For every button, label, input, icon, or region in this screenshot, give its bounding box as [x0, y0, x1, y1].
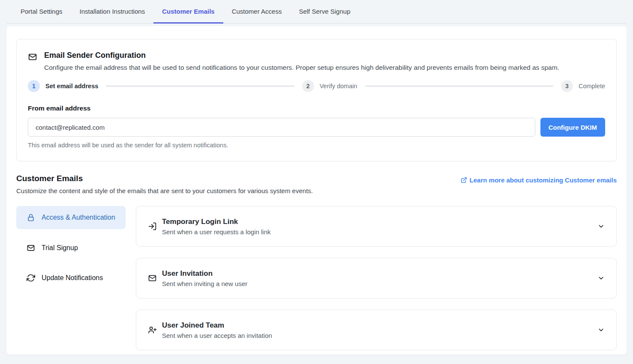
step-number-badge: 2	[302, 80, 314, 92]
chevron-down-icon	[597, 223, 605, 230]
step-complete: 3 Complete	[561, 80, 605, 92]
step-number-badge: 3	[561, 80, 573, 92]
email-template-list: Temporary Login Link Sent when a user re…	[136, 206, 617, 350]
email-card-temporary-login-link[interactable]: Temporary Login Link Sent when a user re…	[136, 206, 617, 247]
stepper-connector	[365, 86, 553, 87]
email-helper-text: This email address will be used as the s…	[28, 142, 605, 149]
sender-config-stepper: 1 Set email address 2 Verify domain 3 Co…	[28, 80, 605, 92]
sidebar-item-label: Update Notifications	[42, 273, 111, 283]
step-set-email-address: 1 Set email address	[28, 80, 98, 92]
email-card-title: User Invitation	[162, 269, 247, 278]
email-sender-configuration-card: Email Sender Configuration Configure the…	[16, 39, 617, 161]
step-number-badge: 1	[28, 80, 40, 92]
chevron-down-icon	[597, 274, 605, 282]
sidebar-item-trial-signup[interactable]: Trial Signup	[16, 237, 126, 259]
email-card-subtitle: Sent when a user requests a login link	[162, 228, 270, 236]
sidebar-item-label: Access & Authentication	[42, 212, 124, 223]
email-card-user-joined-team[interactable]: User Joined Team Sent when a user accept…	[136, 310, 617, 350]
user-plus-icon	[148, 325, 157, 334]
mail-icon	[28, 52, 37, 62]
step-label: Verify domain	[320, 83, 357, 90]
mail-icon	[27, 244, 35, 252]
sidebar-item-label: Trial Signup	[42, 243, 87, 253]
from-email-input[interactable]	[28, 118, 535, 137]
configure-dkim-button[interactable]: Configure DKIM	[540, 118, 605, 137]
learn-more-label: Learn more about customizing Customer em…	[470, 176, 617, 184]
expand-card-button[interactable]	[597, 274, 605, 282]
sender-config-description: Configure the email address that will be…	[44, 63, 605, 72]
customer-emails-description: Customize the content and style of the e…	[16, 187, 313, 194]
tab-customer-emails[interactable]: Customer Emails	[153, 0, 223, 24]
tab-installation-instructions[interactable]: Installation Instructions	[71, 0, 154, 24]
tab-customer-access[interactable]: Customer Access	[223, 0, 291, 24]
mail-icon	[148, 274, 157, 283]
refresh-icon	[27, 274, 35, 282]
sender-config-title: Email Sender Configuration	[44, 51, 605, 60]
from-email-address-label: From email address	[28, 104, 605, 112]
expand-card-button[interactable]	[597, 326, 605, 334]
email-card-title: Temporary Login Link	[162, 218, 270, 226]
step-label: Complete	[579, 83, 605, 90]
email-card-title: User Joined Team	[162, 321, 272, 330]
log-in-icon	[148, 222, 157, 231]
stepper-connector	[106, 86, 294, 87]
expand-card-button[interactable]	[597, 223, 605, 230]
customer-emails-panel: Email Sender Configuration Configure the…	[6, 26, 627, 355]
sidebar-item-update-notifications[interactable]: Update Notifications	[16, 267, 126, 289]
tab-portal-settings[interactable]: Portal Settings	[12, 0, 71, 24]
external-link-icon	[461, 177, 467, 183]
lock-icon	[27, 213, 35, 222]
tab-self-serve-signup[interactable]: Self Serve Signup	[290, 0, 359, 24]
settings-tab-bar: Portal Settings Installation Instruction…	[6, 0, 627, 24]
email-categories-nav: Access & Authentication Trial Signup Upd…	[16, 206, 126, 350]
email-card-subtitle: Sent when inviting a new user	[162, 280, 247, 287]
email-card-user-invitation[interactable]: User Invitation Sent when inviting a new…	[136, 258, 617, 298]
step-label: Set email address	[45, 83, 98, 90]
email-card-subtitle: Sent when a user accepts an invitation	[162, 332, 272, 339]
sidebar-item-access-authentication[interactable]: Access & Authentication	[16, 206, 126, 229]
step-verify-domain: 2 Verify domain	[302, 80, 357, 92]
customer-emails-title: Customer Emails	[16, 174, 313, 183]
learn-more-link[interactable]: Learn more about customizing Customer em…	[461, 176, 617, 184]
chevron-down-icon	[597, 326, 605, 334]
